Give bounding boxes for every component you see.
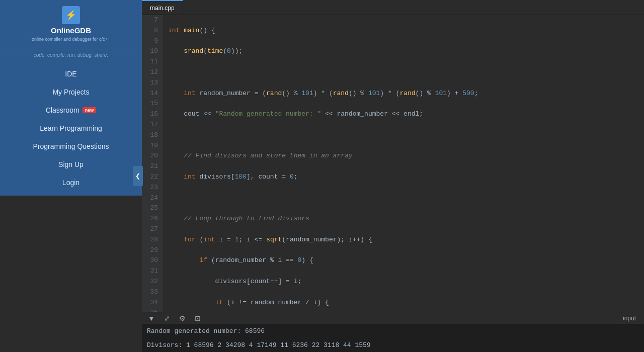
code-line-20: if (i != random_number / i) { — [168, 298, 639, 308]
sidebar-item-classroom[interactable]: Classroom new — [0, 101, 142, 119]
code-line-19: divisors[count++] = i; — [168, 277, 639, 287]
logo-sub: online compiler and debugger for c/c++ — [32, 37, 110, 43]
code-line-13: // Find divisors and store them in an ar… — [168, 151, 639, 161]
output-line-1: Random generated number: 68596 — [142, 324, 644, 338]
output-line-2: Divisors: 1 68596 2 34298 4 17149 11 623… — [142, 338, 644, 353]
sidebar: ⚡ OnlineGDB online compiler and debugger… — [0, 0, 142, 196]
bottom-toolbar: ▼ ⤢ ⚙ ⊡ input — [142, 312, 644, 324]
sidebar-item-learn-programming[interactable]: Learn Programming — [0, 119, 142, 137]
sidebar-item-login[interactable]: Login — [0, 173, 142, 192]
line-numbers: 7 8 9 10 11 12 13 14 15 16 17 18 19 20 2… — [142, 15, 163, 312]
code-line-16: // Loop through to find divisors — [168, 214, 639, 224]
code-editor[interactable]: 7 8 9 10 11 12 13 14 15 16 17 18 19 20 2… — [142, 15, 644, 312]
sidebar-item-myprojects[interactable]: My Projects — [0, 83, 142, 101]
expand-btn[interactable]: ⤢ — [162, 313, 172, 323]
sidebar-nav: IDE My Projects Classroom new Learn Prog… — [0, 61, 142, 196]
terminal-down-btn[interactable]: ▼ — [146, 313, 157, 323]
code-line-10: int random_number = (rand() % 101) * (ra… — [168, 89, 639, 99]
code-line-9 — [168, 67, 639, 78]
sidebar-item-learn-programming-label: Learn Programming — [40, 124, 102, 132]
sidebar-logo-area: ⚡ OnlineGDB online compiler and debugger… — [0, 0, 142, 49]
sidebar-item-programming-questions-label: Programming Questions — [33, 142, 109, 150]
input-label: input — [623, 315, 640, 322]
sidebar-item-ide[interactable]: IDE — [0, 65, 142, 83]
sidebar-item-login-label: Login — [62, 179, 79, 187]
code-line-15 — [168, 193, 639, 204]
sidebar-item-classroom-label: Classroom — [46, 106, 79, 114]
badge-new: new — [83, 107, 97, 113]
sidebar-item-signup[interactable]: Sign Up — [0, 155, 142, 173]
code-line-18: if (random_number % i == 0) { — [168, 255, 639, 266]
code-line-17: for (int i = 1; i <= sqrt(random_number)… — [168, 235, 639, 245]
code-line-7: int main() { — [168, 26, 639, 36]
editor-area: main.cpp 7 8 9 10 11 12 13 14 15 16 17 1… — [142, 0, 644, 352]
settings-btn[interactable]: ⚙ — [177, 313, 188, 323]
sidebar-item-myprojects-label: My Projects — [52, 88, 89, 96]
code-line-11: cout << "Random generated number: " << r… — [168, 109, 639, 120]
logo-icon: ⚡ — [62, 6, 80, 24]
tab-main-cpp[interactable]: main.cpp — [142, 0, 183, 15]
sidebar-tagline: code. compile. run. debug. share. — [0, 49, 142, 61]
sidebar-item-signup-label: Sign Up — [58, 160, 84, 168]
sidebar-item-ide-label: IDE — [65, 70, 76, 78]
code-content[interactable]: int main() { srand(time(0)); int random_… — [163, 15, 644, 312]
logo-title: OnlineGDB — [51, 26, 91, 35]
bottom-panel: ▼ ⤢ ⚙ ⊡ input Random generated number: 6… — [142, 312, 644, 352]
code-line-12 — [168, 130, 639, 141]
sidebar-collapse-button[interactable]: ❮ — [133, 166, 143, 186]
clear-btn[interactable]: ⊡ — [193, 313, 203, 323]
tab-bar: main.cpp — [142, 0, 644, 15]
code-line-14: int divisors[100], count = 0; — [168, 172, 639, 183]
code-line-8: srand(time(0)); — [168, 46, 639, 57]
sidebar-item-programming-questions[interactable]: Programming Questions — [0, 137, 142, 155]
